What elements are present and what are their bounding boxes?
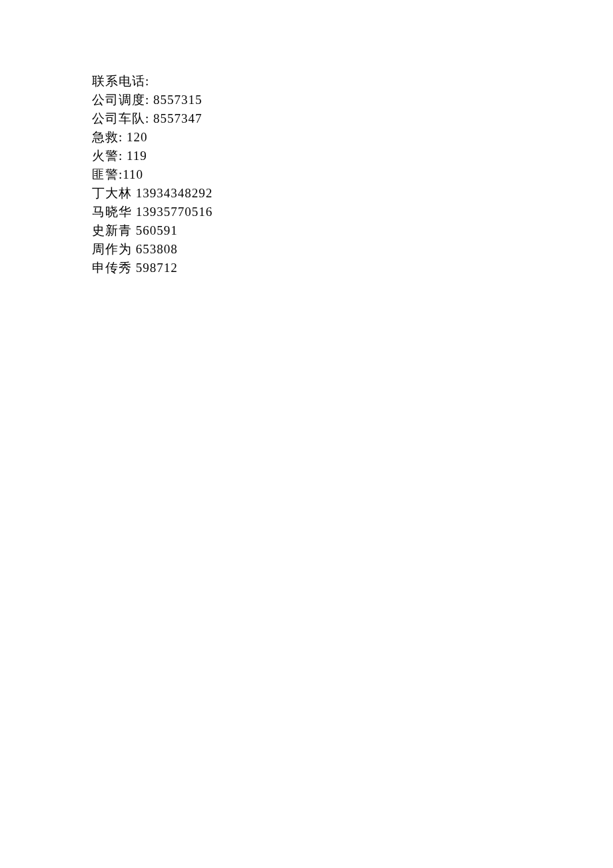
contact-line: 史新青 560591 (92, 221, 613, 240)
contact-line: 周作为 653808 (92, 240, 613, 259)
contact-line: 匪警:110 (92, 165, 613, 184)
contact-line: 丁大林 13934348292 (92, 184, 613, 203)
contact-line: 公司车队: 8557347 (92, 109, 613, 128)
contact-line: 马晓华 13935770516 (92, 203, 613, 221)
contact-header: 联系电话: (92, 72, 613, 91)
contact-line: 申传秀 598712 (92, 259, 613, 277)
contact-line: 火警: 119 (92, 147, 613, 165)
contact-line: 公司调度: 8557315 (92, 91, 613, 109)
contact-line: 急救: 120 (92, 128, 613, 147)
